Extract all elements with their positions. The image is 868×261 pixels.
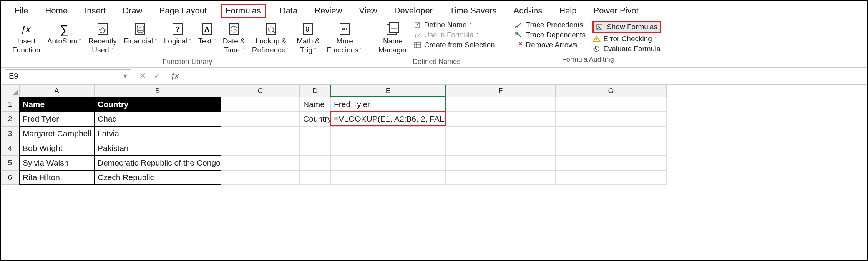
cancel-formula-icon: ✕: [139, 71, 146, 81]
name-manager-button[interactable]: Name Manager: [376, 20, 410, 56]
date-time-button[interactable]: Date & Time: [221, 20, 247, 56]
tab-developer[interactable]: Developer: [391, 4, 436, 17]
cell-B5[interactable]: Democratic Republic of the Congo: [94, 156, 221, 170]
cell-D5[interactable]: [300, 156, 330, 170]
cell-C1[interactable]: [221, 97, 300, 112]
name-box[interactable]: E9 ▾: [5, 69, 131, 82]
cell-A4[interactable]: Bob Wright: [19, 141, 94, 156]
column-header-G[interactable]: G: [555, 85, 667, 97]
show-formulas-button[interactable]: fxShow Formulas: [592, 21, 661, 33]
tab-add-ins[interactable]: Add-ins: [511, 4, 546, 17]
cell-F2[interactable]: [446, 112, 555, 126]
cell-G6[interactable]: [555, 170, 667, 185]
column-header-B[interactable]: B: [94, 85, 221, 97]
cell-C6[interactable]: [221, 170, 300, 185]
cell-F1[interactable]: [446, 97, 555, 112]
tab-time-savers[interactable]: Time Savers: [446, 4, 500, 17]
create-from-selection-button[interactable]: Create from Selection: [414, 41, 495, 49]
cell-G2[interactable]: [555, 112, 667, 126]
math-trig-button[interactable]: θMath & Trig: [294, 20, 322, 56]
row-header-1[interactable]: 1: [1, 97, 19, 112]
cell-F5[interactable]: [446, 156, 555, 170]
recently-used-button[interactable]: Recently Used: [86, 20, 119, 56]
cell-D1[interactable]: Name: [300, 97, 330, 112]
cell-C4[interactable]: [221, 141, 300, 156]
row-header-5[interactable]: 5: [1, 156, 19, 170]
fx-icon[interactable]: ƒx: [168, 72, 181, 80]
cell-B2[interactable]: Chad: [94, 112, 221, 126]
cell-G5[interactable]: [555, 156, 667, 170]
cell-F3[interactable]: [446, 126, 555, 141]
tab-help[interactable]: Help: [556, 4, 579, 17]
cell-D2[interactable]: Country: [300, 112, 330, 126]
cell-C5[interactable]: [221, 156, 300, 170]
row-header-2[interactable]: 2: [1, 112, 19, 126]
more-functions-button[interactable]: More Functions: [325, 20, 365, 56]
tab-data[interactable]: Data: [277, 4, 300, 17]
cell-F4[interactable]: [446, 141, 555, 156]
cell-E6[interactable]: [330, 170, 446, 185]
audit-r-icon-2: fx: [592, 45, 601, 52]
tab-page-layout[interactable]: Page Layout: [156, 4, 210, 17]
autosum-button[interactable]: ∑AutoSum: [45, 20, 84, 47]
column-header-D[interactable]: D: [300, 85, 330, 97]
cell-D6[interactable]: [300, 170, 330, 185]
cell-A1[interactable]: Name: [19, 97, 94, 112]
cell-B1[interactable]: Country: [94, 97, 221, 112]
remove-arrows-button[interactable]: Remove Arrows: [515, 41, 586, 49]
tab-file[interactable]: File: [12, 4, 31, 17]
lookup-reference-button[interactable]: Lookup & Reference: [250, 20, 292, 56]
cell-E2[interactable]: =VLOOKUP(E1, A2:B6, 2, FALSE): [330, 112, 446, 126]
cell-A6[interactable]: Rita Hilton: [19, 170, 94, 185]
evaluate-formula-button[interactable]: fxEvaluate Formula: [592, 45, 661, 53]
cell-F6[interactable]: [446, 170, 555, 185]
cell-E1[interactable]: Fred Tyler: [330, 97, 446, 112]
cell-E4[interactable]: [330, 141, 446, 156]
column-header-F[interactable]: F: [446, 85, 555, 97]
select-all-corner[interactable]: [1, 85, 19, 97]
cell-A5[interactable]: Sylvia Walsh: [19, 156, 94, 170]
name-box-value: E9: [9, 72, 18, 80]
tab-formulas[interactable]: Formulas: [221, 4, 266, 18]
logical-button[interactable]: ?Logical: [162, 20, 194, 47]
cell-B6[interactable]: Czech Republic: [94, 170, 221, 185]
tab-draw[interactable]: Draw: [119, 4, 145, 17]
row-header-4[interactable]: 4: [1, 141, 19, 156]
insert-function-button[interactable]: ƒxInsert Function: [10, 20, 43, 56]
financial-button[interactable]: Financial: [121, 20, 159, 47]
cell-G3[interactable]: [555, 126, 667, 141]
audit-r-icon-1: [592, 35, 601, 42]
cell-E3[interactable]: [330, 126, 446, 141]
svg-point-22: [342, 28, 344, 30]
cell-A2[interactable]: Fred Tyler: [19, 112, 94, 126]
tab-review[interactable]: Review: [311, 4, 345, 17]
cell-B4[interactable]: Pakistan: [94, 141, 221, 156]
star-book-icon: [96, 22, 110, 37]
cell-C3[interactable]: [221, 126, 300, 141]
column-header-A[interactable]: A: [19, 85, 94, 97]
row-header-6[interactable]: 6: [1, 170, 19, 185]
text-button[interactable]: AText: [196, 20, 218, 47]
cell-C2[interactable]: [221, 112, 300, 126]
tab-view[interactable]: View: [356, 4, 380, 17]
trace-dependents-button[interactable]: Trace Dependents: [515, 31, 586, 39]
tab-home[interactable]: Home: [42, 4, 71, 17]
name-box-dropdown-icon[interactable]: ▾: [123, 71, 127, 80]
formula-input[interactable]: [181, 70, 863, 82]
define-name-button[interactable]: Define Name: [414, 21, 495, 29]
cell-G1[interactable]: [555, 97, 667, 112]
cell-E5[interactable]: [330, 156, 446, 170]
cell-D3[interactable]: [300, 126, 330, 141]
column-header-C[interactable]: C: [221, 85, 300, 97]
column-header-E[interactable]: E: [330, 85, 446, 97]
tab-power-pivot[interactable]: Power Pivot: [590, 4, 641, 17]
trace-precedents-button[interactable]: Trace Precedents: [515, 21, 586, 29]
cell-G4[interactable]: [555, 141, 667, 156]
tab-insert[interactable]: Insert: [81, 4, 109, 17]
row-header-3[interactable]: 3: [1, 126, 19, 141]
error-checking-button[interactable]: Error Checking: [592, 35, 661, 43]
spreadsheet-grid[interactable]: ABCDEFG 1NameCountryNameFred Tyler2Fred …: [1, 85, 867, 185]
cell-D4[interactable]: [300, 141, 330, 156]
cell-B3[interactable]: Latvia: [94, 126, 221, 141]
cell-A3[interactable]: Margaret Campbell: [19, 126, 94, 141]
